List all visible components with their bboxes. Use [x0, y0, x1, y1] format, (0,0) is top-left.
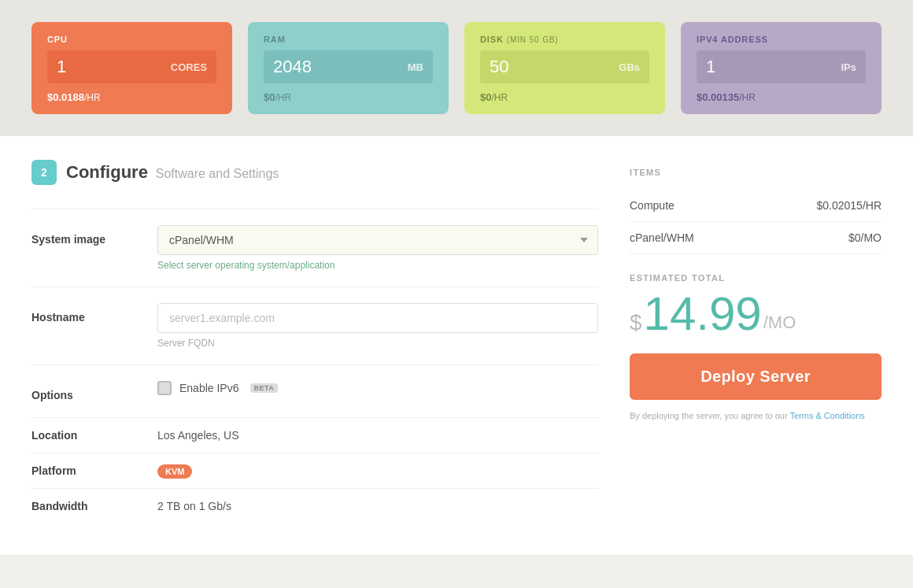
- ipv4-value-row: 1 IPs: [697, 50, 866, 83]
- options-label: Options: [31, 381, 142, 401]
- ipv4-price: $0.00135/HR: [697, 91, 866, 103]
- options-control: Enable IPv6 BETA: [157, 381, 598, 395]
- estimated-label: ESTIMATED TOTAL: [630, 273, 882, 283]
- step-badge: 2: [31, 160, 57, 185]
- location-row: Location Los Angeles, US: [31, 417, 598, 453]
- items-heading: ITEMS: [630, 168, 882, 177]
- main-content: 2 Configure Software and Settings System…: [0, 136, 913, 555]
- estimated-section: ESTIMATED TOTAL $ 14.99 /MO Deploy Serve…: [630, 273, 882, 423]
- platform-label: Platform: [31, 464, 142, 477]
- system-image-label: System image: [31, 225, 142, 246]
- disk-card: DISK (MIN 50 GB) 50 GBs $0/HR: [464, 22, 665, 114]
- cpu-value: 1: [57, 57, 66, 77]
- disk-min-note: (MIN 50 GB): [507, 35, 559, 44]
- step-title-area: Configure Software and Settings: [66, 162, 279, 183]
- ram-unit: MB: [408, 61, 423, 73]
- ram-price-per: /HR: [275, 92, 291, 103]
- disk-label: DISK (MIN 50 GB): [480, 35, 649, 44]
- disk-price: $0/HR: [480, 91, 649, 103]
- right-panel: ITEMS Compute $0.02015/HR cPanel/WHM $0/…: [630, 160, 882, 523]
- system-image-section: System image cPanel/WHM Ubuntu 20.04 Cen…: [31, 209, 598, 287]
- ram-price-value: $0: [264, 91, 275, 103]
- location-label: Location: [31, 429, 142, 442]
- step-header: 2 Configure Software and Settings: [31, 160, 598, 185]
- ram-value: 2048: [273, 57, 312, 77]
- disk-unit: GBs: [619, 61, 640, 73]
- cpu-value-row: 1 CORES: [47, 50, 216, 83]
- ipv4-price-per: /HR: [739, 92, 756, 103]
- cpu-unit: CORES: [171, 61, 207, 73]
- configure-subtitle: Software and Settings: [156, 167, 279, 180]
- system-image-select[interactable]: cPanel/WHM Ubuntu 20.04 CentOS 7 Debian …: [157, 225, 598, 255]
- cpu-price: $0.0188/HR: [47, 91, 216, 103]
- ram-price: $0/HR: [264, 91, 433, 103]
- configure-title: Configure: [66, 162, 148, 182]
- terms-text: By deploying the server, you agree to ou…: [630, 409, 882, 423]
- cpu-label: CPU: [47, 35, 216, 44]
- deploy-server-button[interactable]: Deploy Server: [630, 353, 882, 400]
- resource-bar: CPU 1 CORES $0.0188/HR RAM 2048 MB $0/HR…: [0, 0, 913, 136]
- ipv4-unit: IPs: [841, 61, 856, 73]
- options-section: Options Enable IPv6 BETA: [31, 364, 598, 417]
- price-mo: /MO: [763, 312, 797, 338]
- system-image-control: cPanel/WHM Ubuntu 20.04 CentOS 7 Debian …: [157, 225, 598, 271]
- hostname-hint: Server FQDN: [157, 338, 598, 349]
- items-section: ITEMS Compute $0.02015/HR cPanel/WHM $0/…: [630, 168, 882, 254]
- platform-value: KVM: [157, 464, 192, 477]
- disk-value: 50: [490, 57, 508, 77]
- ram-card: RAM 2048 MB $0/HR: [248, 22, 449, 114]
- beta-badge: BETA: [250, 383, 279, 393]
- ram-value-row: 2048 MB: [264, 50, 433, 83]
- hostname-label: Hostname: [31, 303, 142, 324]
- bandwidth-label: Bandwidth: [31, 500, 142, 512]
- disk-price-per: /HR: [491, 92, 508, 103]
- estimated-price: $ 14.99 /MO: [630, 290, 882, 338]
- platform-row: Platform KVM: [31, 453, 598, 488]
- disk-value-row: 50 GBs: [480, 50, 649, 83]
- bandwidth-row: Bandwidth 2 TB on 1 Gb/s: [31, 488, 598, 523]
- hostname-input[interactable]: [157, 303, 598, 333]
- disk-price-value: $0: [480, 91, 491, 103]
- cpu-price-value: $0.0188: [47, 91, 84, 103]
- hostname-control: Server FQDN: [157, 303, 598, 349]
- ram-label: RAM: [264, 35, 433, 44]
- system-image-hint: Select server operating system/applicati…: [157, 260, 598, 271]
- kvm-badge: KVM: [157, 464, 192, 479]
- ipv4-label: IPV4 ADDRESS: [697, 35, 866, 44]
- cpanel-item-name: cPanel/WHM: [630, 231, 694, 244]
- cpanel-item-price: $0/MO: [848, 231, 882, 244]
- ipv4-price-value: $0.00135: [697, 91, 739, 103]
- cpu-price-per: /HR: [84, 92, 101, 103]
- location-value: Los Angeles, US: [157, 429, 239, 442]
- cpanel-item-row: cPanel/WHM $0/MO: [630, 222, 882, 254]
- compute-item-price: $0.02015/HR: [816, 199, 882, 212]
- terms-link[interactable]: Terms & Conditions: [789, 411, 864, 420]
- cpu-card: CPU 1 CORES $0.0188/HR: [31, 22, 232, 114]
- terms-prefix: By deploying the server, you agree to ou…: [630, 411, 789, 420]
- bandwidth-value: 2 TB on 1 Gb/s: [157, 500, 231, 512]
- ipv6-checkbox[interactable]: [157, 381, 172, 395]
- ipv4-value: 1: [706, 57, 715, 77]
- ipv6-label: Enable IPv6: [179, 382, 239, 394]
- left-panel: 2 Configure Software and Settings System…: [31, 160, 598, 523]
- hostname-section: Hostname Server FQDN: [31, 287, 598, 364]
- ipv4-card: IPV4 ADDRESS 1 IPs $0.00135/HR: [681, 22, 882, 114]
- price-main: 14.99: [644, 290, 762, 338]
- ipv6-checkbox-row: Enable IPv6 BETA: [157, 381, 598, 395]
- compute-item-row: Compute $0.02015/HR: [630, 190, 882, 222]
- price-dollar-sign: $: [630, 310, 642, 335]
- compute-item-name: Compute: [630, 199, 675, 212]
